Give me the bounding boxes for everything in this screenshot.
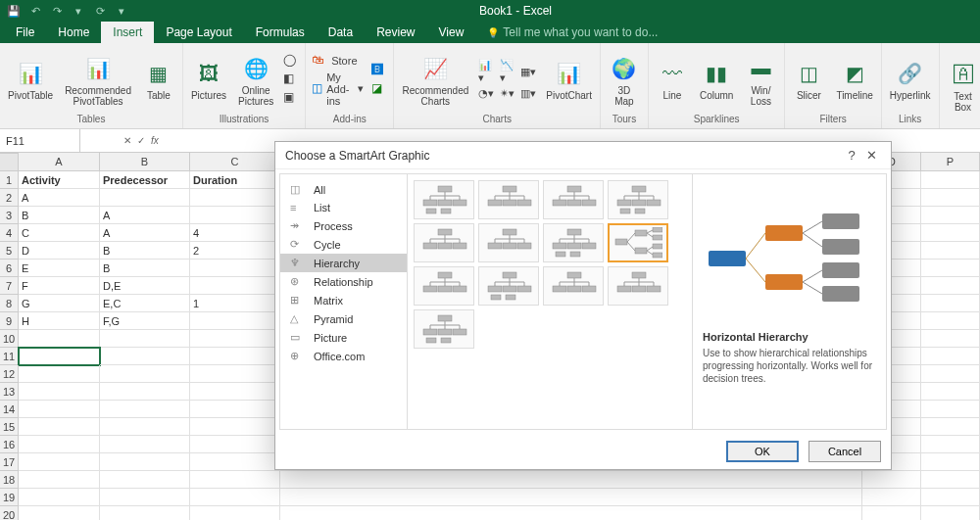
chart-type-button[interactable]: 📊▾	[476, 58, 496, 85]
cell[interactable]: G	[19, 295, 100, 312]
layout-thumbnail[interactable]	[414, 223, 474, 262]
cell[interactable]	[190, 471, 280, 489]
cell[interactable]	[100, 365, 190, 383]
shapes-button[interactable]: ◯	[281, 52, 301, 70]
cell[interactable]	[100, 383, 190, 401]
category-matrix[interactable]: ⊞Matrix	[280, 291, 407, 309]
layout-thumbnail[interactable]	[478, 266, 539, 306]
cell[interactable]	[100, 418, 190, 436]
cell[interactable]	[190, 207, 280, 224]
cell[interactable]	[100, 436, 190, 453]
cell[interactable]	[921, 224, 980, 242]
tab-page-layout[interactable]: Page Layout	[154, 22, 243, 43]
cell[interactable]	[190, 277, 280, 295]
cell[interactable]: 1	[190, 295, 280, 312]
3d-map-button[interactable]: 🌍3D Map	[605, 51, 644, 109]
cell[interactable]	[190, 330, 280, 348]
tab-view[interactable]: View	[427, 22, 476, 43]
cell[interactable]: A	[100, 207, 190, 224]
cell[interactable]	[190, 401, 280, 418]
row-header[interactable]: 16	[0, 436, 19, 453]
chart-type-button[interactable]: ✴▾	[498, 86, 516, 101]
column-header[interactable]: A	[19, 153, 100, 170]
ok-button[interactable]: OK	[726, 441, 799, 462]
cell[interactable]	[921, 207, 980, 224]
tab-file[interactable]: File	[4, 22, 46, 43]
cell[interactable]	[19, 383, 100, 401]
people-graph-button[interactable]: ◪	[369, 80, 389, 98]
cell[interactable]	[921, 506, 980, 520]
layout-thumbnail[interactable]	[543, 266, 604, 306]
layout-thumbnail[interactable]	[543, 223, 604, 262]
layout-thumbnail[interactable]	[543, 180, 604, 219]
cell[interactable]	[19, 489, 100, 506]
cell[interactable]	[190, 489, 280, 506]
cell[interactable]	[19, 348, 100, 365]
cell[interactable]: A	[19, 189, 100, 207]
cell[interactable]	[100, 401, 190, 418]
layout-thumbnail[interactable]	[478, 180, 539, 219]
category-process[interactable]: ↠Process	[280, 216, 407, 235]
cell[interactable]: 2	[190, 242, 280, 260]
category-office-com[interactable]: ⊕Office.com	[280, 347, 407, 365]
close-icon[interactable]: ✕	[861, 148, 881, 163]
category-all[interactable]: ◫All	[280, 180, 407, 199]
category-cycle[interactable]: ⟳Cycle	[280, 235, 407, 254]
cell[interactable]: Predecessor	[100, 171, 190, 189]
cell[interactable]	[921, 489, 980, 506]
cell[interactable]: H	[19, 312, 100, 330]
textbox-button[interactable]: 🄰Text Box	[944, 57, 980, 115]
layout-thumbnail[interactable]	[414, 266, 474, 306]
cell[interactable]: Duration	[190, 171, 280, 189]
cell[interactable]	[19, 506, 100, 520]
row-header[interactable]: 12	[0, 365, 19, 383]
cell[interactable]	[190, 453, 280, 471]
cell[interactable]	[100, 189, 190, 207]
spark-column-button[interactable]: ▮▮Column	[696, 56, 737, 103]
cell[interactable]	[921, 260, 980, 277]
table-button[interactable]: ▦Table	[139, 56, 178, 103]
tell-me-search[interactable]: Tell me what you want to do...	[475, 22, 658, 43]
cell[interactable]	[921, 189, 980, 207]
cell[interactable]	[100, 348, 190, 365]
row-header[interactable]: 2	[0, 189, 19, 207]
online-pictures-button[interactable]: 🌐Online Pictures	[234, 51, 277, 109]
layout-thumbnail[interactable]	[608, 180, 668, 219]
cell[interactable]	[190, 436, 280, 453]
row-header[interactable]: 7	[0, 277, 19, 295]
row-header[interactable]: 11	[0, 348, 19, 365]
cell[interactable]	[921, 330, 980, 348]
cell[interactable]	[190, 312, 280, 330]
cell[interactable]	[100, 453, 190, 471]
column-header[interactable]: P	[921, 153, 980, 170]
row-header[interactable]: 9	[0, 312, 19, 330]
cell[interactable]	[921, 453, 980, 471]
cell[interactable]	[19, 418, 100, 436]
cell[interactable]	[190, 189, 280, 207]
cell[interactable]	[862, 471, 921, 489]
row-header[interactable]: 19	[0, 489, 19, 506]
cell[interactable]	[921, 365, 980, 383]
cell[interactable]: Activity	[19, 171, 100, 189]
category-pyramid[interactable]: △Pyramid	[280, 309, 407, 328]
cell[interactable]	[921, 277, 980, 295]
help-icon[interactable]: ?	[842, 148, 861, 163]
tab-home[interactable]: Home	[46, 22, 101, 43]
pivotchart-button[interactable]: 📊PivotChart	[542, 56, 596, 103]
cell[interactable]: D	[19, 242, 100, 260]
tab-formulas[interactable]: Formulas	[244, 22, 317, 43]
cell[interactable]	[190, 506, 280, 520]
row-header[interactable]: 3	[0, 207, 19, 224]
cell[interactable]: C	[19, 224, 100, 242]
recommended-pivot-button[interactable]: 📊Recommended PivotTables	[61, 51, 135, 109]
row-header[interactable]: 15	[0, 418, 19, 436]
cell[interactable]: E,C	[100, 295, 190, 312]
layout-thumbnail[interactable]	[414, 180, 474, 219]
cell[interactable]: B	[100, 260, 190, 277]
row-header[interactable]: 18	[0, 471, 19, 489]
store-button[interactable]: 🛍Store	[310, 52, 366, 70]
pictures-button[interactable]: 🖼Pictures	[187, 56, 230, 103]
undo-icon[interactable]: ↶	[27, 5, 43, 18]
column-header[interactable]	[0, 153, 19, 170]
cell[interactable]	[19, 401, 100, 418]
